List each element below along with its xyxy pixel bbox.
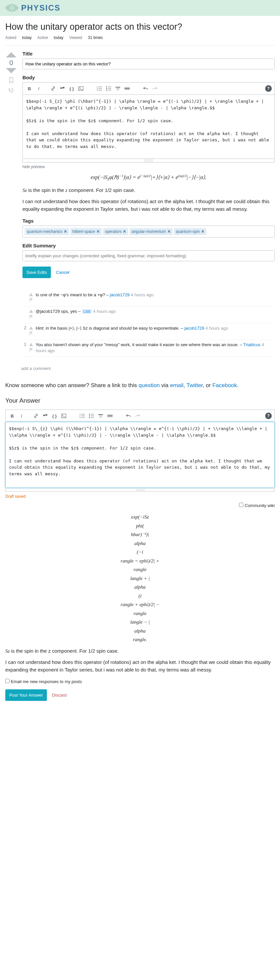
community-wiki-checkbox[interactable]: Community wiki: [239, 503, 275, 508]
answer-preview-math-line: hbar)⁻¹)|: [5, 531, 275, 538]
quote-icon[interactable]: ❝❞: [59, 84, 66, 92]
comment-user-link[interactable]: jacob1729: [110, 292, 130, 297]
quote-icon[interactable]: ❝❞: [41, 412, 49, 420]
cancel-button[interactable]: Cancel: [52, 267, 73, 278]
answer-preview-math-line: rangle.: [5, 636, 275, 643]
tag-remove-icon[interactable]: ✕: [167, 229, 171, 234]
svg-point-33: [89, 415, 90, 417]
ol-icon[interactable]: 123: [95, 84, 103, 92]
redo-icon[interactable]: [151, 84, 159, 92]
bold-icon[interactable]: B: [25, 84, 33, 92]
hr-icon[interactable]: [106, 412, 114, 420]
tag-remove-icon[interactable]: ✕: [64, 229, 67, 234]
image-icon[interactable]: [77, 84, 85, 92]
help-icon[interactable]: ?: [265, 412, 272, 419]
comment: 2Hint: in the basis |+⟩, |−⟩ Sz is diago…: [21, 323, 275, 340]
comment-text: @jacob1729 ops, yes – LSS 4 hours ago: [36, 309, 275, 321]
answer-preview-math-line: rangle: [5, 566, 275, 573]
answer-preview-math-line: rangle: [5, 610, 275, 617]
link-icon[interactable]: [49, 84, 57, 92]
comment-score: [21, 309, 29, 321]
tags-input[interactable]: quantum-mechanics ✕hilbert-space ✕operat…: [22, 226, 275, 237]
tag-operators[interactable]: operators ✕: [103, 228, 129, 235]
code-icon[interactable]: { }: [68, 84, 76, 92]
summary-label: Edit Summary: [22, 243, 275, 248]
preview-math: exp(−iSzφ(ℏ)−1)|α⟩ = e(−iφ)/2|+⟩⟨+|α⟩ + …: [22, 173, 275, 183]
comment-score: 2: [21, 325, 29, 337]
answer-editor[interactable]: $$exp(-i S\_{z} \\phi (\\hbar)^{-1}) | \…: [5, 422, 275, 488]
undo-icon[interactable]: [124, 412, 132, 420]
comment-upvote-icon[interactable]: [29, 326, 33, 329]
discard-button[interactable]: Discard: [48, 689, 71, 701]
share-email-link[interactable]: email: [170, 382, 184, 388]
email-notify-checkbox[interactable]: Email me new responses to my posts: [5, 679, 82, 684]
tag-quantum-spin[interactable]: quantum-spin ✕: [174, 228, 207, 235]
heading-icon[interactable]: [114, 84, 122, 92]
svg-point-14: [106, 90, 107, 91]
question-meta: Asked today Active today Viewed 31 times: [5, 35, 275, 40]
answer-preview-math-line: langle + |: [5, 575, 275, 582]
code-icon[interactable]: { }: [51, 412, 59, 420]
answer-preview-p1: Sz is the spin in the z component. For 1…: [5, 648, 275, 655]
body-preview: exp(−iSzφ(ℏ)−1)|α⟩ = e(−iφ)/2|+⟩⟨+|α⟩ + …: [22, 173, 275, 213]
comment-user-link[interactable]: jacob1729: [184, 326, 204, 331]
flag-icon[interactable]: [29, 348, 33, 352]
italic-icon[interactable]: I: [35, 84, 43, 92]
save-edits-button[interactable]: Save Edits: [22, 267, 51, 278]
share-twitter-link[interactable]: Twitter: [186, 382, 203, 388]
comment-text: Is one of the −φ's meant to be a +φ? – j…: [36, 292, 275, 304]
answer-resize-handle[interactable]: [5, 488, 275, 492]
answer-preview-math-line: phi(: [5, 522, 275, 530]
editor-toolbar: B I ❝❞ { } 123 ?: [22, 82, 275, 94]
image-icon[interactable]: [60, 412, 68, 420]
add-comment-link[interactable]: add a comment: [21, 363, 275, 374]
flag-icon[interactable]: [29, 331, 33, 336]
redo-icon[interactable]: [134, 412, 142, 420]
answer-preview-math-line: (−i: [5, 548, 275, 556]
heading-icon[interactable]: [97, 412, 105, 420]
summary-input[interactable]: [22, 250, 275, 261]
undo-icon[interactable]: [142, 84, 150, 92]
tag-hilbert-space[interactable]: hilbert-space ✕: [70, 228, 102, 235]
ul-icon[interactable]: [105, 84, 113, 92]
downvote-button[interactable]: [6, 68, 16, 73]
italic-icon[interactable]: I: [18, 412, 25, 420]
body-editor[interactable]: $$exp(-i S_{z} \phi (\hbar)^{-1}) | \alp…: [22, 94, 275, 159]
svg-point-32: [89, 414, 90, 415]
history-icon[interactable]: [8, 87, 14, 93]
flag-icon[interactable]: [29, 298, 33, 302]
help-icon[interactable]: ?: [265, 85, 272, 92]
tag-remove-icon[interactable]: ✕: [201, 229, 204, 234]
site-name[interactable]: PHYSICS: [21, 3, 60, 13]
answer-preview-math-line: rangle + ephi)/2| −: [5, 601, 275, 608]
upvote-button[interactable]: [6, 52, 16, 57]
hr-icon[interactable]: [123, 84, 131, 92]
site-logo-icon: [5, 3, 19, 13]
comment-upvote-icon[interactable]: [29, 310, 33, 313]
answer-preview-math-line: (i: [5, 592, 275, 600]
ul-icon[interactable]: [88, 412, 95, 420]
share-question-link[interactable]: question: [139, 382, 160, 388]
tag-remove-icon[interactable]: ✕: [96, 229, 100, 234]
answer-preview-math-line: alpha: [5, 540, 275, 547]
resize-handle[interactable]: [22, 159, 275, 162]
ol-icon[interactable]: 123: [78, 412, 86, 420]
bookmark-icon[interactable]: [9, 77, 14, 83]
bold-icon[interactable]: B: [8, 412, 16, 420]
comment-user-link[interactable]: Triatticus: [243, 342, 261, 347]
share-prompt: Know someone who can answer? Share a lin…: [5, 382, 275, 390]
post-answer-button[interactable]: Post Your Answer: [5, 689, 47, 701]
link-icon[interactable]: [32, 412, 40, 420]
tag-angular-momentum[interactable]: angular-momentum ✕: [129, 228, 172, 235]
hide-preview-link[interactable]: hide preview: [22, 164, 275, 169]
title-input[interactable]: [22, 59, 275, 69]
comment-upvote-icon[interactable]: [29, 293, 33, 296]
comment-upvote-icon[interactable]: [29, 343, 33, 346]
tag-remove-icon[interactable]: ✕: [123, 229, 126, 234]
tag-quantum-mechanics[interactable]: quantum-mechanics ✕: [25, 228, 69, 235]
flag-icon[interactable]: [29, 315, 33, 320]
user-badge[interactable]: LSS: [82, 309, 92, 314]
svg-point-12: [106, 86, 107, 88]
share-facebook-link[interactable]: Facebook: [212, 382, 237, 388]
preview-p1: Sz is the spin in the z component. For 1…: [22, 187, 275, 194]
